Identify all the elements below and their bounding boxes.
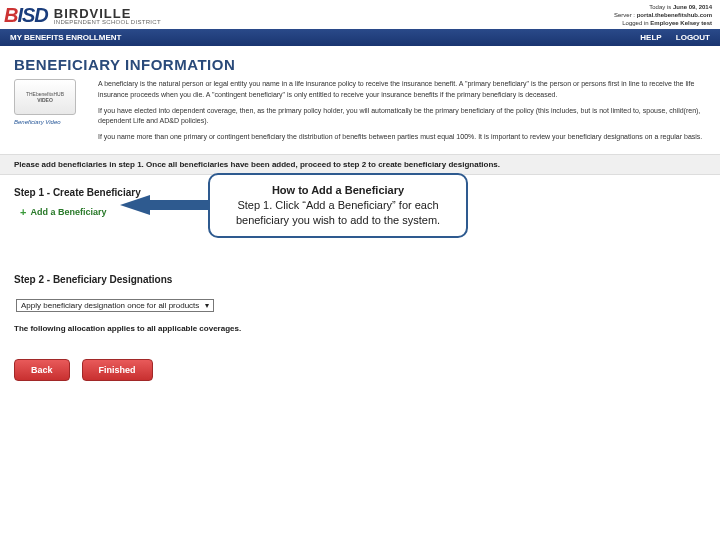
callout-box: How to Add a Beneficiary Step 1. Click “…: [208, 173, 468, 238]
allocation-note: The following allocation applies to all …: [14, 324, 706, 333]
designation-select[interactable]: Apply beneficiary designation once for a…: [16, 299, 214, 312]
logo-bisd: BBISDISD: [4, 4, 48, 27]
navbar: MY BENEFITS ENROLLMENT HELP LOGOUT: [0, 29, 720, 46]
video-column: THEbenefitsHUB VIDEO Beneficiary Video: [14, 79, 84, 148]
plus-icon: +: [20, 206, 26, 218]
chevron-down-icon: ▾: [205, 301, 209, 310]
add-beneficiary-label: Add a Beneficiary: [30, 207, 106, 217]
arrow-stem: [148, 200, 208, 210]
finished-button[interactable]: Finished: [82, 359, 153, 381]
intro-p3: If you name more than one primary or con…: [98, 132, 706, 142]
session-info: Today is June 09, 2014 Server : portal.t…: [614, 4, 712, 27]
arrow-left-icon: [120, 195, 150, 215]
step2-heading: Step 2 - Beneficiary Designations: [14, 274, 706, 285]
page-title: BENEFICIARY INFORMATION: [0, 46, 720, 79]
intro-p1: A beneficiary is the natural person or l…: [98, 79, 706, 99]
video-thumbnail[interactable]: THEbenefitsHUB VIDEO: [14, 79, 76, 115]
nav-logout[interactable]: LOGOUT: [676, 33, 710, 42]
nav-help[interactable]: HELP: [640, 33, 661, 42]
back-button[interactable]: Back: [14, 359, 70, 381]
intro-text: A beneficiary is the natural person or l…: [98, 79, 706, 148]
intro-p2: If you have elected into dependent cover…: [98, 106, 706, 126]
callout-title: How to Add a Beneficiary: [224, 183, 452, 198]
video-caption: Beneficiary Video: [14, 119, 84, 125]
nav-title: MY BENEFITS ENROLLMENT: [10, 33, 121, 42]
callout-annotation: How to Add a Beneficiary Step 1. Click “…: [120, 173, 468, 238]
logo-birdville: BIRDVILLE INDEPENDENT SCHOOL DISTRICT: [54, 6, 161, 25]
designation-select-value: Apply beneficiary designation once for a…: [21, 301, 199, 310]
header: BBISDISD BIRDVILLE INDEPENDENT SCHOOL DI…: [0, 0, 720, 29]
instruction-bar: Please add beneficiaries in step 1. Once…: [0, 154, 720, 175]
logo-area: BBISDISD BIRDVILLE INDEPENDENT SCHOOL DI…: [4, 4, 161, 27]
callout-body: Step 1. Click “Add a Beneficiary” for ea…: [224, 198, 452, 228]
add-beneficiary-link[interactable]: + Add a Beneficiary: [20, 206, 106, 218]
